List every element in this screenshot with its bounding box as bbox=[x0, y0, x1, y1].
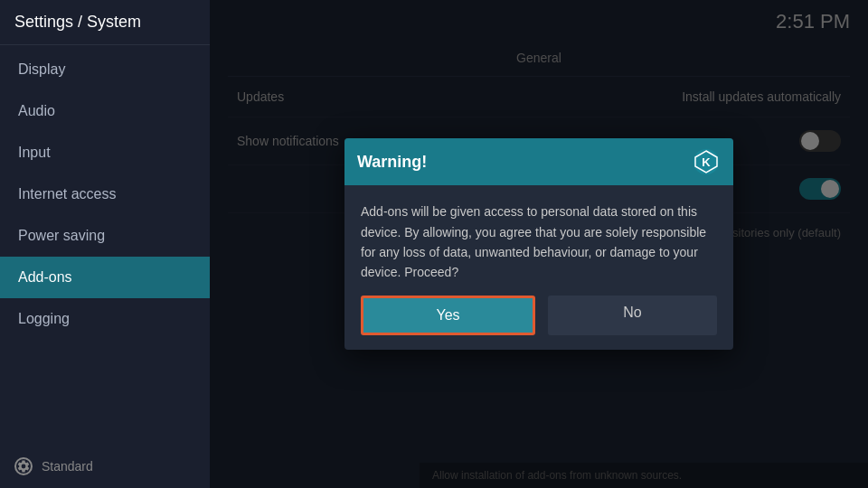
sidebar-item-audio[interactable]: Audio bbox=[0, 90, 210, 132]
dialog-body: Add-ons will be given access to personal… bbox=[344, 185, 733, 296]
gear-icon bbox=[14, 457, 33, 475]
dialog-overlay: Warning! K Add-ons will be given access … bbox=[210, 0, 868, 488]
svg-text:K: K bbox=[702, 155, 711, 169]
warning-dialog: Warning! K Add-ons will be given access … bbox=[344, 138, 733, 350]
sidebar-standard-label: Standard bbox=[42, 459, 93, 474]
dialog-header: Warning! K bbox=[344, 138, 733, 185]
sidebar-title-text: Settings / System bbox=[14, 13, 141, 31]
dialog-buttons: Yes No bbox=[344, 296, 733, 350]
sidebar-nav: Display Audio Input Internet access Powe… bbox=[0, 45, 210, 445]
dialog-title: Warning! bbox=[357, 153, 427, 172]
sidebar-item-internet-access[interactable]: Internet access bbox=[0, 174, 210, 215]
yes-button[interactable]: Yes bbox=[361, 296, 535, 335]
sidebar-footer: Standard bbox=[0, 445, 210, 488]
sidebar-item-logging[interactable]: Logging bbox=[0, 298, 210, 340]
sidebar: Settings / System Display Audio Input In… bbox=[0, 0, 210, 488]
dialog-body-text: Add-ons will be given access to personal… bbox=[361, 204, 706, 279]
sidebar-item-input[interactable]: Input bbox=[0, 132, 210, 174]
sidebar-item-display[interactable]: Display bbox=[0, 49, 210, 90]
sidebar-item-add-ons[interactable]: Add-ons bbox=[0, 257, 210, 298]
sidebar-item-power-saving[interactable]: Power saving bbox=[0, 215, 210, 257]
no-button[interactable]: No bbox=[548, 296, 717, 335]
sidebar-title: Settings / System bbox=[0, 0, 210, 45]
kodi-logo-icon: K bbox=[692, 147, 721, 176]
